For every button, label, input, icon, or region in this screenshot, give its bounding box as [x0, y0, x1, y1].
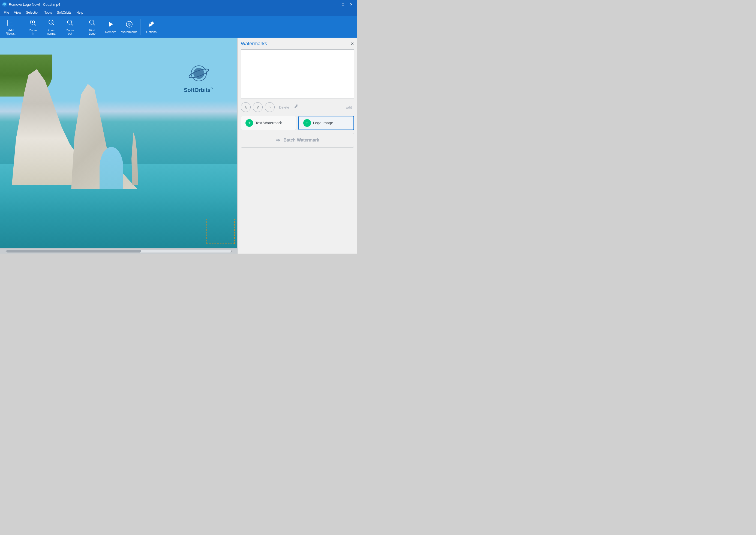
watermark-canvas: [241, 49, 354, 99]
zoom-in-label: Zoomin: [29, 29, 37, 35]
window-title: Remove Logo Now! - Coast.mp4: [9, 2, 60, 7]
app-icon: [2, 2, 7, 7]
scrollbar-track[interactable]: [6, 250, 231, 252]
title-bar-left: Remove Logo Now! - Coast.mp4: [2, 2, 60, 7]
video-frame: SoftOrbits™: [0, 38, 237, 248]
zoom-normal-icon: 1: [48, 19, 55, 28]
svg-line-16: [93, 24, 95, 25]
zoom-normal-label: Zoomnormal: [47, 29, 56, 35]
softorbits-text: SoftOrbits™: [184, 87, 213, 93]
zoom-in-icon: [29, 19, 37, 28]
menu-tools[interactable]: Tools: [42, 10, 54, 15]
add-files-button[interactable]: AddFile(s)...: [2, 17, 20, 37]
panel-close-button[interactable]: ✕: [350, 41, 354, 46]
toolbar-sep-1: [22, 19, 22, 35]
chevron-down-icon: ∨: [256, 105, 259, 109]
batch-watermark-button[interactable]: ⇒ Batch Watermark: [241, 133, 354, 148]
find-logo-label: FindLogo: [89, 29, 96, 35]
svg-line-8: [34, 24, 36, 25]
menu-bar: File View Selection Tools SoftOrbits Hel…: [0, 9, 357, 16]
svg-line-14: [71, 24, 73, 25]
menu-file[interactable]: File: [2, 10, 11, 15]
chevron-up-icon: ∧: [244, 105, 247, 109]
add-buttons-row: + Text Watermark + Logo Image: [241, 116, 354, 130]
options-button[interactable]: Options: [143, 17, 160, 37]
panel-title: Watermarks: [241, 41, 267, 47]
tm-symbol: ™: [210, 87, 213, 90]
video-panel: SoftOrbits™ ‹ ›: [0, 38, 237, 254]
wrench-icon: [294, 104, 299, 110]
maximize-button[interactable]: □: [340, 2, 346, 7]
edit-button[interactable]: Edit: [344, 104, 354, 110]
find-logo-icon: [88, 19, 96, 28]
horizontal-scrollbar[interactable]: ‹ ›: [0, 248, 237, 254]
batch-watermark-label: Batch Watermark: [283, 138, 319, 143]
add-files-icon: [7, 19, 15, 28]
add-text-icon: +: [245, 119, 253, 127]
panel-header: Watermarks ✕: [241, 41, 354, 47]
selection-rect: [207, 219, 235, 244]
options-label: Options: [146, 30, 156, 34]
add-text-watermark-label: Text Watermark: [255, 121, 282, 125]
zoom-out-button[interactable]: Zoomout: [61, 17, 79, 37]
svg-point-15: [90, 20, 94, 24]
remove-icon: [107, 20, 115, 29]
watermarks-label: Watermarks: [121, 30, 137, 34]
remove-button[interactable]: Remove: [102, 17, 120, 37]
move-up-button[interactable]: ∧: [241, 102, 251, 112]
zoom-normal-button[interactable]: 1 Zoomnormal: [43, 17, 60, 37]
add-logo-image-label: Logo Image: [313, 121, 333, 125]
main-area: SoftOrbits™ ‹ › Watermarks ✕ ∧: [0, 38, 357, 254]
delete-button[interactable]: Delete: [277, 104, 292, 110]
svg-line-11: [53, 24, 54, 25]
title-bar: Remove Logo Now! - Coast.mp4 — □ ✕: [0, 0, 357, 9]
close-button[interactable]: ✕: [348, 2, 355, 7]
svg-text:©: ©: [128, 22, 131, 26]
options-icon: [148, 20, 155, 29]
zoom-out-label: Zoomout: [66, 29, 74, 35]
visibility-button[interactable]: ○: [265, 102, 275, 112]
arch-hole: [99, 147, 123, 189]
remove-label: Remove: [105, 30, 117, 34]
svg-marker-17: [109, 22, 113, 27]
add-text-watermark-button[interactable]: + Text Watermark: [241, 116, 296, 130]
zoom-out-icon: [66, 19, 74, 28]
menu-help[interactable]: Help: [74, 10, 85, 15]
add-files-label: AddFile(s)...: [6, 29, 16, 35]
move-down-button[interactable]: ∨: [253, 102, 263, 112]
watermarks-button[interactable]: © Watermarks: [121, 17, 138, 37]
batch-arrow-icon: ⇒: [275, 137, 280, 143]
minimize-button[interactable]: —: [330, 2, 339, 7]
watermark-controls: ∧ ∨ ○ Delete Edit: [241, 101, 354, 113]
zoom-in-button[interactable]: Zoomin: [24, 17, 42, 37]
planet-logo-icon: [188, 63, 210, 85]
scrollbar-thumb[interactable]: [6, 250, 141, 252]
video-container: SoftOrbits™: [0, 38, 237, 248]
softorbits-watermark: SoftOrbits™: [184, 63, 213, 93]
menu-view[interactable]: View: [12, 10, 23, 15]
watermarks-icon: ©: [126, 20, 133, 29]
toolbar: AddFile(s)... Zoomin 1 Zoomnormal: [0, 16, 357, 38]
circle-icon: ○: [269, 105, 271, 109]
scroll-right-arrow[interactable]: ›: [231, 249, 232, 252]
title-bar-controls: — □ ✕: [330, 2, 355, 7]
add-logo-image-button[interactable]: + Logo Image: [298, 116, 354, 130]
toolbar-sep-2: [81, 19, 81, 35]
add-logo-icon: +: [303, 119, 311, 127]
menu-softorbits[interactable]: SoftOrbits: [55, 10, 74, 15]
svg-text:1: 1: [50, 21, 52, 24]
find-logo-button[interactable]: FindLogo: [83, 17, 101, 37]
watermarks-panel: Watermarks ✕ ∧ ∨ ○ Delete Edit: [237, 38, 357, 254]
menu-selection[interactable]: Selection: [24, 10, 42, 15]
